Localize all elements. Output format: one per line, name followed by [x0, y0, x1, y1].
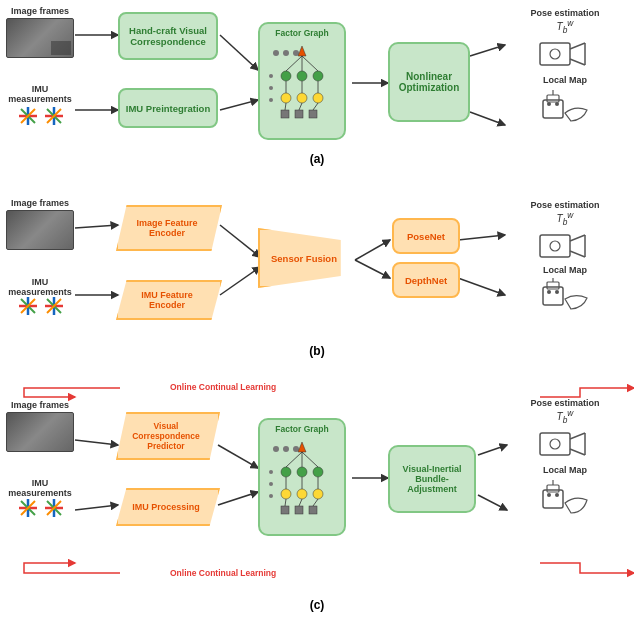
- c-bottom-ocl-label: Online Continual Learning: [170, 568, 276, 578]
- c-image-frame: [6, 412, 74, 452]
- svg-line-18: [218, 492, 258, 505]
- b-imu-icon: [8, 292, 74, 320]
- svg-line-10: [220, 267, 260, 295]
- svg-rect-41: [295, 110, 303, 118]
- svg-line-2: [220, 35, 258, 70]
- svg-rect-61: [547, 95, 559, 102]
- c-factor-graph-box: Factor Graph: [258, 418, 346, 536]
- svg-point-125: [555, 493, 559, 497]
- svg-rect-101: [281, 506, 289, 514]
- svg-line-6: [470, 112, 505, 125]
- svg-rect-78: [543, 287, 563, 305]
- svg-point-54: [269, 98, 273, 102]
- a-image-label: Image frames: [6, 6, 74, 16]
- c-bundle-adj-box: Visual-Inertial Bundle-Adjustment: [388, 445, 476, 513]
- svg-point-36: [313, 71, 323, 81]
- b-image-frame: [6, 210, 74, 250]
- svg-point-91: [273, 446, 279, 452]
- svg-point-63: [547, 102, 551, 106]
- svg-rect-40: [281, 110, 289, 118]
- c-top-ocl-label: Online Continual Learning: [170, 382, 276, 392]
- a-output: Pose estimation Tbw Local Map: [505, 8, 625, 123]
- svg-line-17: [218, 445, 258, 468]
- svg-point-30: [273, 50, 279, 56]
- svg-point-82: [555, 290, 559, 294]
- svg-line-3: [220, 100, 258, 110]
- svg-line-57: [570, 59, 585, 65]
- b-imu-encoder-box: IMU Feature Encoder: [116, 280, 222, 320]
- svg-line-75: [570, 251, 585, 257]
- svg-line-43: [286, 56, 302, 71]
- svg-rect-55: [540, 43, 570, 65]
- a-handcraft-box: Hand-craft Visual Correspondence: [118, 12, 218, 60]
- svg-line-118: [570, 449, 585, 455]
- svg-line-104: [286, 452, 302, 467]
- svg-line-20: [478, 445, 507, 455]
- b-image-encoder-box: Image Feature Encoder: [116, 205, 222, 251]
- svg-line-11: [355, 240, 390, 260]
- svg-line-12: [355, 260, 390, 278]
- svg-marker-33: [298, 46, 306, 56]
- svg-line-9: [220, 225, 260, 257]
- c-output: Pose estimation Tbw Local Map: [505, 398, 625, 517]
- svg-line-74: [570, 235, 585, 241]
- svg-line-45: [302, 56, 318, 71]
- svg-point-120: [550, 439, 560, 449]
- svg-point-52: [269, 74, 273, 78]
- svg-point-95: [281, 467, 291, 477]
- svg-line-7: [75, 225, 118, 228]
- c-imu-proc-box: IMU Processing: [116, 488, 220, 526]
- svg-point-98: [281, 489, 291, 499]
- svg-rect-122: [547, 485, 559, 492]
- svg-point-39: [313, 93, 323, 103]
- svg-point-81: [547, 290, 551, 294]
- svg-point-99: [297, 489, 307, 499]
- svg-line-13: [458, 235, 505, 240]
- svg-line-51: [313, 103, 318, 110]
- svg-point-100: [313, 489, 323, 499]
- b-label: (b): [0, 344, 634, 358]
- svg-line-15: [75, 440, 118, 445]
- svg-line-106: [302, 452, 318, 467]
- svg-point-115: [269, 494, 273, 498]
- svg-point-92: [283, 446, 289, 452]
- svg-point-124: [547, 493, 551, 497]
- svg-line-5: [470, 45, 505, 56]
- svg-point-114: [269, 482, 273, 486]
- svg-point-113: [269, 470, 273, 474]
- svg-point-64: [555, 102, 559, 106]
- svg-line-56: [570, 43, 585, 49]
- svg-point-97: [313, 467, 323, 477]
- a-factor-graph-box: Factor Graph: [258, 22, 346, 140]
- svg-rect-103: [309, 506, 317, 514]
- c-visual-pred-box: Visual Correspondence Predictor: [116, 412, 220, 460]
- svg-point-77: [550, 241, 560, 251]
- svg-rect-121: [543, 490, 563, 508]
- c-image-label: Image frames: [6, 400, 74, 410]
- c-label: (c): [0, 598, 634, 612]
- b-posenet-box: PoseNet: [392, 218, 460, 254]
- svg-point-31: [283, 50, 289, 56]
- b-sensor-fusion-box: Sensor Fusion: [258, 228, 350, 288]
- svg-rect-42: [309, 110, 317, 118]
- svg-line-110: [285, 499, 286, 506]
- svg-marker-94: [298, 442, 306, 452]
- a-label: (a): [0, 152, 634, 166]
- svg-point-37: [281, 93, 291, 103]
- svg-rect-60: [543, 100, 563, 118]
- c-imu-icon: [8, 494, 74, 522]
- b-depthnet-box: DepthNet: [392, 262, 460, 298]
- svg-line-49: [285, 103, 286, 110]
- svg-point-59: [550, 49, 560, 59]
- svg-line-14: [458, 278, 505, 295]
- svg-point-38: [297, 93, 307, 103]
- svg-rect-79: [547, 282, 559, 289]
- svg-rect-73: [540, 235, 570, 257]
- diagram-container: Image frames IMU measurements Hand-craft…: [0, 0, 634, 626]
- b-output: Pose estimation Tbw Local Map: [505, 200, 625, 311]
- svg-point-96: [297, 467, 307, 477]
- svg-rect-116: [540, 433, 570, 455]
- a-imu-icon: [8, 102, 74, 130]
- a-image-frame: [6, 18, 74, 58]
- svg-line-117: [570, 433, 585, 439]
